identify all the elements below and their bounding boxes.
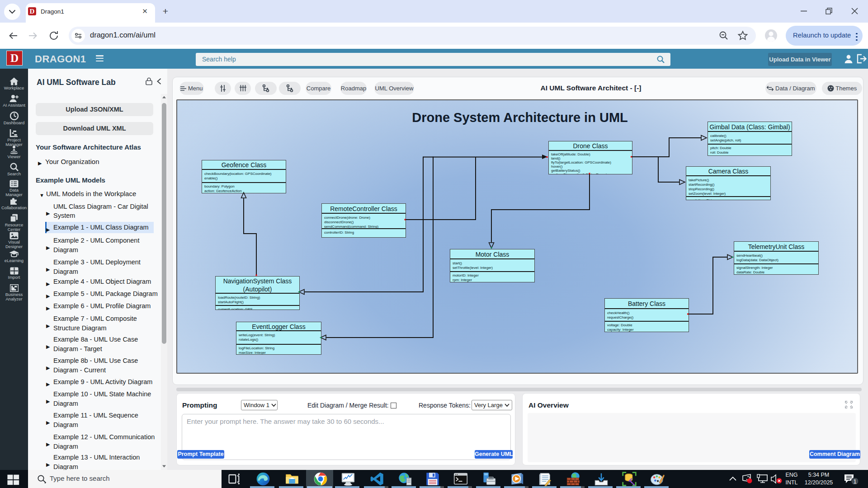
svg-text:1: 1 [854,479,857,485]
